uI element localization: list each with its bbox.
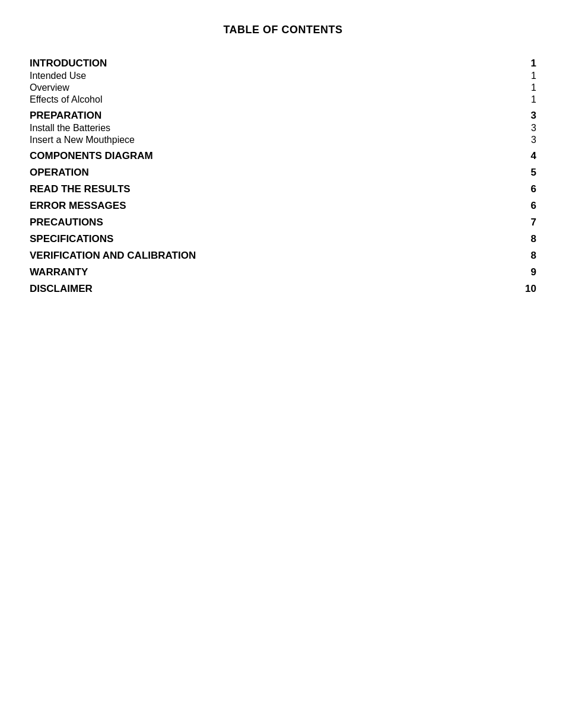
toc-main-page-2: 4 bbox=[519, 150, 536, 162]
toc-sub-page-0-0: 1 bbox=[519, 71, 536, 81]
toc-main-entry-2: COMPONENTS DIAGRAM4 bbox=[30, 150, 536, 162]
toc-main-entry-0: INTRODUCTION1 bbox=[30, 58, 536, 69]
toc-main-label-9: WARRANTY bbox=[30, 266, 519, 278]
toc-main-page-10: 10 bbox=[519, 283, 536, 295]
toc-section-2: COMPONENTS DIAGRAM4 bbox=[30, 150, 536, 162]
toc-sub-page-0-2: 1 bbox=[519, 94, 536, 105]
toc-main-label-7: SPECIFICATIONS bbox=[30, 233, 519, 245]
toc-main-page-5: 6 bbox=[519, 200, 536, 212]
toc-section-7: SPECIFICATIONS8 bbox=[30, 233, 536, 245]
toc-section-1: PREPARATION3Install the Batteries3Insert… bbox=[30, 110, 536, 145]
toc-main-page-4: 6 bbox=[519, 183, 536, 195]
toc-main-entry-10: DISCLAIMER10 bbox=[30, 283, 536, 295]
toc-sub-entry-0-2: Effects of Alcohol1 bbox=[30, 94, 536, 105]
toc-sub-label-0-1: Overview bbox=[30, 82, 519, 93]
toc-main-label-0: INTRODUCTION bbox=[30, 58, 519, 69]
toc-sub-label-1-0: Install the Batteries bbox=[30, 123, 519, 133]
toc-sub-label-1-1: Insert a New Mouthpiece bbox=[30, 135, 519, 145]
toc-main-label-8: VERIFICATION AND CALIBRATION bbox=[30, 250, 519, 262]
toc-main-page-1: 3 bbox=[519, 110, 536, 122]
toc-main-page-3: 5 bbox=[519, 167, 536, 179]
toc-section-5: ERROR MESSAGES6 bbox=[30, 200, 536, 212]
toc-main-entry-8: VERIFICATION AND CALIBRATION8 bbox=[30, 250, 536, 262]
toc-section-9: WARRANTY9 bbox=[30, 266, 536, 278]
toc-main-page-8: 8 bbox=[519, 250, 536, 262]
toc-sub-page-1-1: 3 bbox=[519, 135, 536, 145]
toc-section-0: INTRODUCTION1Intended Use1Overview1Effec… bbox=[30, 58, 536, 105]
toc-main-label-1: PREPARATION bbox=[30, 110, 519, 122]
toc-sub-entry-1-0: Install the Batteries3 bbox=[30, 123, 536, 133]
toc-main-entry-7: SPECIFICATIONS8 bbox=[30, 233, 536, 245]
page-title: TABLE OF CONTENTS bbox=[30, 24, 536, 36]
toc-main-entry-5: ERROR MESSAGES6 bbox=[30, 200, 536, 212]
toc-section-8: VERIFICATION AND CALIBRATION8 bbox=[30, 250, 536, 262]
toc-main-page-9: 9 bbox=[519, 266, 536, 278]
toc-main-label-3: OPERATION bbox=[30, 167, 519, 179]
toc-main-entry-1: PREPARATION3 bbox=[30, 110, 536, 122]
toc-container: INTRODUCTION1Intended Use1Overview1Effec… bbox=[30, 58, 536, 295]
toc-main-label-4: READ THE RESULTS bbox=[30, 183, 519, 195]
toc-section-10: DISCLAIMER10 bbox=[30, 283, 536, 295]
toc-sub-page-0-1: 1 bbox=[519, 82, 536, 93]
toc-main-label-5: ERROR MESSAGES bbox=[30, 200, 519, 212]
toc-main-entry-3: OPERATION5 bbox=[30, 167, 536, 179]
toc-main-page-0: 1 bbox=[519, 58, 536, 69]
toc-section-6: PRECAUTIONS7 bbox=[30, 217, 536, 228]
toc-sub-entry-1-1: Insert a New Mouthpiece3 bbox=[30, 135, 536, 145]
toc-main-label-6: PRECAUTIONS bbox=[30, 217, 519, 228]
toc-section-4: READ THE RESULTS6 bbox=[30, 183, 536, 195]
toc-main-entry-9: WARRANTY9 bbox=[30, 266, 536, 278]
toc-sub-label-0-2: Effects of Alcohol bbox=[30, 94, 519, 105]
toc-main-label-2: COMPONENTS DIAGRAM bbox=[30, 150, 519, 162]
toc-sub-label-0-0: Intended Use bbox=[30, 71, 519, 81]
toc-sub-entry-0-1: Overview1 bbox=[30, 82, 536, 93]
toc-main-page-7: 8 bbox=[519, 233, 536, 245]
toc-main-entry-4: READ THE RESULTS6 bbox=[30, 183, 536, 195]
toc-sub-page-1-0: 3 bbox=[519, 123, 536, 133]
toc-section-3: OPERATION5 bbox=[30, 167, 536, 179]
toc-main-entry-6: PRECAUTIONS7 bbox=[30, 217, 536, 228]
toc-main-page-6: 7 bbox=[519, 217, 536, 228]
toc-sub-entry-0-0: Intended Use1 bbox=[30, 71, 536, 81]
toc-main-label-10: DISCLAIMER bbox=[30, 283, 519, 295]
